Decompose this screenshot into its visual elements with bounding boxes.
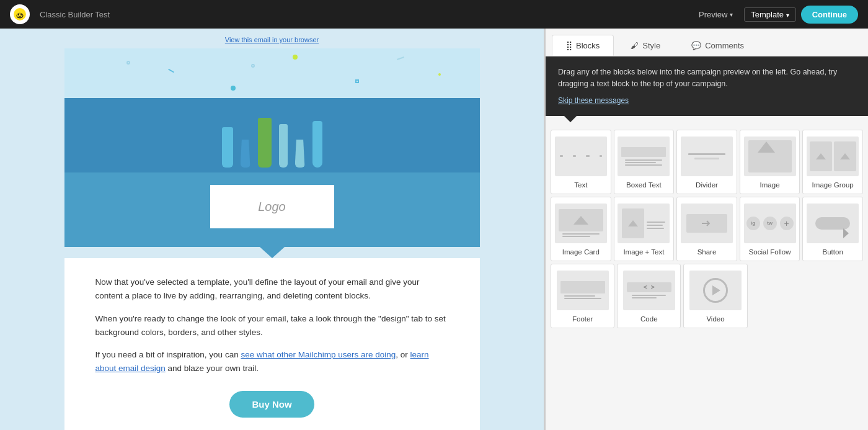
block-share[interactable]: Share: [676, 197, 737, 261]
confetti-7: [438, 73, 441, 76]
text-block-icon: [555, 137, 607, 176]
share-block-label: Share: [698, 248, 717, 256]
block-image-card[interactable]: Image Card: [551, 197, 611, 261]
continue-button[interactable]: Continue: [801, 6, 858, 24]
image-block-label: Image: [760, 181, 780, 189]
bottle-4: [312, 121, 322, 168]
divider-block-label: Divider: [696, 181, 718, 189]
block-image-text[interactable]: Image + Text: [614, 197, 675, 261]
confetti-2: [293, 55, 298, 60]
confetti-3: [168, 69, 174, 73]
email-container: Logo Now that you've selected a template…: [64, 48, 480, 430]
glass-1: [241, 140, 250, 168]
confetti-4: [355, 79, 359, 83]
info-banner-text: Drag any of the blocks below into the ca…: [558, 68, 837, 88]
info-banner: Drag any of the blocks below into the ca…: [546, 56, 868, 116]
email-logo-section: Logo: [64, 172, 480, 247]
svg-point-4: [20, 14, 22, 16]
topnav: Classic Builder Test Preview ▾ Template …: [0, 0, 868, 29]
blocks-row-1: Text Boxed Text: [551, 130, 863, 194]
code-block-label: Code: [640, 315, 658, 323]
email-cta: Buy Now: [95, 391, 449, 418]
confetti-6: [231, 86, 236, 91]
preview-button[interactable]: Preview ▾: [693, 7, 739, 22]
nav-actions: Preview ▾ Template ▾ Continue: [693, 6, 858, 24]
footer-block-icon: [557, 271, 609, 310]
buy-now-button[interactable]: Buy Now: [229, 391, 314, 418]
video-block-icon: [689, 271, 742, 310]
row3-spacer-2: [808, 264, 863, 328]
blocks-row-3: Footer < > Code: [551, 264, 863, 328]
confetti-1: [126, 61, 130, 65]
image-text-block-icon: [618, 204, 670, 243]
blocks-panel: ⣿ Blocks 🖌 Style 💬 Comments Drag any of …: [546, 29, 868, 430]
blocks-row-2: Image Card Image + Text: [551, 197, 863, 261]
share-block-icon: [681, 204, 733, 243]
image-card-block-label: Image Card: [562, 248, 600, 256]
ig-mini-icon: ig: [746, 217, 760, 230]
footer-block-label: Footer: [572, 315, 593, 323]
image-text-block-label: Image + Text: [623, 248, 664, 256]
email-para-1: Now that you've selected a template, you…: [95, 275, 449, 303]
link-mailchimp-users[interactable]: see what other Mailchimp users are doing: [241, 350, 396, 359]
blocks-grid: Text Boxed Text: [546, 122, 868, 431]
block-code[interactable]: < > Code: [617, 264, 681, 328]
email-para-3: If you need a bit of inspiration, you ca…: [95, 348, 449, 376]
page-title: Classic Builder Test: [40, 10, 683, 19]
block-button[interactable]: Button: [802, 197, 863, 261]
info-banner-arrow: [564, 116, 577, 122]
panel-tabs: ⣿ Blocks 🖌 Style 💬 Comments: [546, 29, 868, 56]
chevron-down-icon: ▾: [786, 12, 789, 19]
browser-link-bar: View this email in your browser: [0, 29, 544, 48]
email-body: Now that you've selected a template, you…: [64, 258, 480, 430]
grid-icon: ⣿: [566, 40, 572, 50]
chevron-down-icon: ▾: [730, 11, 733, 18]
block-image-group[interactable]: Image Group: [802, 130, 863, 194]
main-layout: View this email in your browser: [0, 29, 868, 430]
text-block-label: Text: [574, 181, 587, 189]
block-image[interactable]: Image: [740, 130, 800, 194]
social-follow-block-icon: ig tw +: [744, 204, 796, 243]
glass-2: [295, 140, 305, 168]
email-hero: [64, 48, 480, 172]
template-button[interactable]: Template ▾: [744, 7, 795, 22]
image-block-icon: [744, 137, 796, 176]
view-in-browser-link[interactable]: View this email in your browser: [225, 36, 319, 43]
skip-messages-link[interactable]: Skip these messages: [558, 95, 856, 106]
logo-box: Logo: [210, 185, 334, 228]
block-footer[interactable]: Footer: [551, 264, 614, 328]
bottle-3: [279, 124, 288, 168]
tab-blocks[interactable]: ⣿ Blocks: [552, 35, 614, 56]
email-para-2: When you're ready to change the look of …: [95, 312, 449, 340]
bottle-1: [222, 127, 233, 168]
mailchimp-logo: [10, 4, 30, 24]
bottle-area: [64, 98, 480, 172]
video-block-label: Video: [706, 315, 724, 323]
svg-marker-6: [843, 228, 849, 238]
button-block-icon: [807, 204, 859, 243]
row3-spacer-1: [750, 264, 805, 328]
tab-comments[interactable]: 💬 Comments: [677, 35, 758, 56]
email-preview: View this email in your browser: [0, 29, 544, 430]
plus-mini-icon: +: [780, 217, 794, 230]
divider-block-icon: [681, 137, 733, 176]
bottle-2: [258, 118, 272, 168]
social-follow-block-label: Social Follow: [749, 248, 791, 256]
image-group-block-label: Image Group: [812, 181, 854, 189]
tab-style[interactable]: 🖌 Style: [616, 35, 675, 56]
block-divider[interactable]: Divider: [676, 130, 737, 194]
email-triangle: [260, 247, 285, 258]
tw-mini-icon: tw: [763, 217, 777, 230]
block-text[interactable]: Text: [551, 130, 611, 194]
block-boxed-text[interactable]: Boxed Text: [614, 130, 675, 194]
confetti-8: [251, 64, 255, 68]
block-social-follow[interactable]: ig tw + Social Follow: [740, 197, 800, 261]
boxed-text-block-label: Boxed Text: [626, 181, 662, 189]
block-video[interactable]: Video: [683, 264, 747, 328]
comments-icon: 💬: [691, 41, 701, 50]
image-card-block-icon: [555, 204, 607, 243]
code-block-icon: < >: [623, 271, 675, 310]
confetti-5: [397, 56, 404, 60]
boxed-text-block-icon: [618, 137, 670, 176]
svg-point-3: [18, 14, 19, 16]
